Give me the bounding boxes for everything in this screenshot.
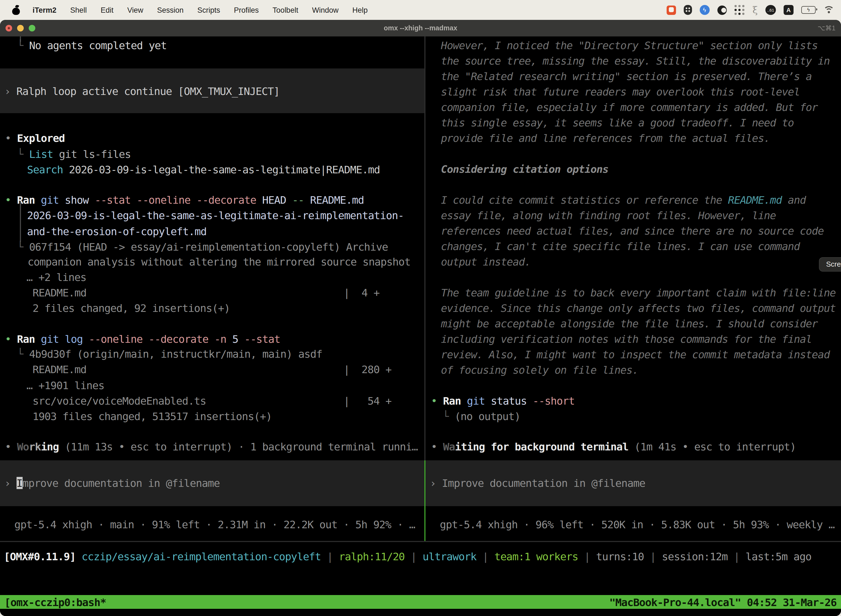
text-segment: turns:10 <box>596 550 644 562</box>
battery-icon[interactable]: ϟ <box>801 6 816 14</box>
text-segment: 1903 files changed, 513517 insertions(+) <box>32 410 272 422</box>
menu-iterm2[interactable]: iTerm2 <box>32 6 57 14</box>
reasoning-paragraph: The team guideline is to back every impo… <box>441 285 836 378</box>
text-segment: companion analysis without altering the … <box>28 255 410 268</box>
text-segment: Ran <box>17 333 35 345</box>
git-show-command: • Ran git show --stat --oneline --decora… <box>5 192 364 208</box>
text-segment: README.md <box>304 194 364 206</box>
menu-shell[interactable]: Shell <box>70 6 87 14</box>
badge-61-icon[interactable]: ..61 <box>765 5 776 15</box>
text-segment: and <box>782 194 806 206</box>
menu-window[interactable]: Window <box>312 6 338 14</box>
text-segment: 2026-03-09-is-legal-the-same-as-legitima… <box>27 209 404 221</box>
reasoning-paragraph: However, I noticed the "Directory Struct… <box>441 38 830 146</box>
menu-edit[interactable]: Edit <box>101 6 114 14</box>
text-segment: git ls-files <box>53 148 131 160</box>
status-separator <box>0 541 841 542</box>
text-segment: git <box>461 395 485 407</box>
text-segment: › <box>4 477 16 489</box>
screen: iTerm2 Shell Edit View Session Scripts P… <box>0 0 841 616</box>
text-segment: gpt-5.4 xhigh · 96% left · 520K in · 5.8… <box>440 518 835 531</box>
wifi-icon[interactable] <box>823 6 834 14</box>
text-segment: | <box>644 550 662 562</box>
text-segment: git log <box>35 333 82 345</box>
menu-toolbelt[interactable]: Toolbelt <box>273 6 298 14</box>
waiting-status: • Waiting for background terminal (1m 41… <box>431 439 796 454</box>
text-segment: … +2 lines <box>26 271 86 283</box>
text-segment: └ <box>17 348 29 360</box>
text-segment: I <box>16 477 22 489</box>
tmux-session-label[interactable]: [omx-cczip0:bash* <box>4 596 106 608</box>
text-segment: • <box>431 395 443 407</box>
text-segment: | <box>321 550 339 562</box>
text-segment: ultrawork <box>423 550 476 562</box>
iterm2-window: omx --xhigh --madmax ⌥⌘1 └ No agents com… <box>0 20 841 616</box>
summary-line: 1903 files changed, 513517 insertions(+) <box>32 408 272 424</box>
text-segment <box>76 550 82 562</box>
terminal-line: └ No agents completed yet <box>17 38 167 53</box>
window-titlebar[interactable]: omx --xhigh --madmax ⌥⌘1 <box>0 20 841 37</box>
text-segment: └ <box>442 410 454 422</box>
text-segment: 5 <box>226 333 238 345</box>
text-segment: (11m 13s • esc to interrupt) · 1 backgro… <box>59 440 418 453</box>
git-status-command: • Ran git status --short <box>431 393 574 408</box>
text-segment: (1m 41s • esc to interrupt) <box>628 440 796 453</box>
input-source-icon[interactable]: A <box>784 5 794 15</box>
text-segment: and-the-erosion-of-copyleft.md <box>27 225 207 238</box>
squiggle-icon[interactable]: ξ <box>752 5 757 15</box>
text-segment: Explored <box>17 132 64 144</box>
text-segment: • <box>431 440 443 453</box>
right-terminal-pane[interactable]: However, I noticed the "Directory Struct… <box>425 37 841 616</box>
text-segment: --oneline --decorate <box>83 333 208 345</box>
commit-line: companion analysis without altering the … <box>28 254 410 269</box>
text-segment: | <box>476 550 494 562</box>
apple-menu-icon[interactable] <box>12 5 21 15</box>
text-segment: • <box>5 333 17 345</box>
terminal-line: and-the-erosion-of-copyleft.md <box>27 224 207 239</box>
text-segment: • <box>5 440 17 453</box>
menu-scripts[interactable]: Scripts <box>197 6 220 14</box>
left-terminal-pane[interactable]: └ No agents completed yet › Ralph loop a… <box>0 37 424 616</box>
text-segment: 2026-03-09-is-legal-the-same-as-legitima… <box>63 163 380 176</box>
text-segment: | <box>405 550 423 562</box>
text-segment: No agents completed yet <box>29 39 167 51</box>
explored-header: • Explored <box>5 130 65 146</box>
diffstat-line: src/voice/voiceModeEnabled.ts | 54 + <box>32 393 391 408</box>
text-segment: 067f154 (HEAD -> essay/ai-reimplementati… <box>29 241 388 253</box>
text-segment: Ran <box>443 395 461 407</box>
tree-guide <box>20 201 21 242</box>
prompt-input-right[interactable]: › Improve documentation in @filename <box>425 461 841 506</box>
chat-app-icon[interactable] <box>666 5 676 15</box>
text-segment: mprove documentation in @filename <box>22 477 220 489</box>
prompt-input-left[interactable]: › Improve documentation in @filename <box>0 461 424 506</box>
search-line: Search 2026-03-09-is-legal-the-same-as-l… <box>27 162 380 177</box>
more-lines: … +1901 lines <box>26 378 104 393</box>
menu-help[interactable]: Help <box>352 6 368 14</box>
text-segment: --stat --oneline --decorate <box>89 194 256 206</box>
text-segment: cczip/essay/ai-reimplementation-copyleft <box>82 550 321 562</box>
tab-shortcut: ⌥⌘1 <box>818 24 835 32</box>
text-segment: iting for background terminal <box>455 440 629 453</box>
text-segment: session:12m <box>662 550 728 562</box>
text-segment: README.md | 280 + <box>32 363 391 375</box>
dots-grid-icon[interactable] <box>734 5 745 15</box>
list-line: └ List git ls-files <box>17 146 131 162</box>
menu-view[interactable]: View <box>127 6 143 14</box>
contrast-icon[interactable] <box>717 5 727 15</box>
shield-icon[interactable] <box>683 5 692 15</box>
text-segment: [OMX#0.11.9] <box>4 550 76 562</box>
text-segment: README.md <box>728 194 782 206</box>
text-segment: … +1901 lines <box>26 379 104 392</box>
menu-profiles[interactable]: Profiles <box>234 6 259 14</box>
tmux-status-bar: [omx-cczip0:bash* "MacBook-Pro-44.local"… <box>0 595 841 609</box>
window-title: omx --xhigh --madmax <box>0 24 841 32</box>
injected-prompt-box[interactable]: › Ralph loop active continue [OMX_TMUX_I… <box>0 69 424 113</box>
text-segment: --stat <box>238 333 280 345</box>
summary-line: 2 files changed, 92 insertions(+) <box>32 300 230 316</box>
blue-bolt-icon[interactable]: ϟ <box>699 5 709 15</box>
model-status-right: gpt-5.4 xhigh · 96% left · 520K in · 5.8… <box>440 517 835 532</box>
text-segment: └ <box>17 39 29 51</box>
prompt-placeholder: › Improve documentation in @filename <box>4 475 220 491</box>
text-segment: I could cite commit statistics or refere… <box>441 194 728 206</box>
menu-session[interactable]: Session <box>157 6 183 14</box>
